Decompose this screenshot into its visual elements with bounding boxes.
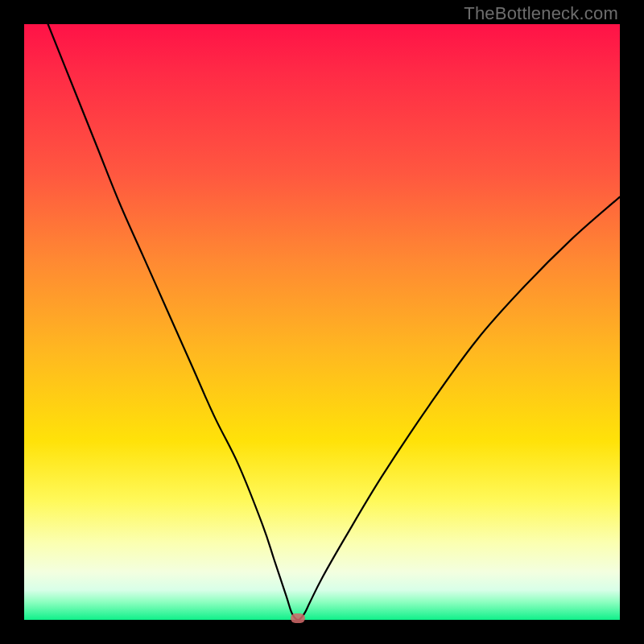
chart-frame: TheBottleneck.com <box>0 0 644 644</box>
watermark-text: TheBottleneck.com <box>464 3 618 24</box>
bottleneck-curve-path <box>48 24 620 620</box>
curve-svg <box>24 24 620 620</box>
plot-area <box>24 24 620 620</box>
optimum-marker <box>291 613 305 623</box>
